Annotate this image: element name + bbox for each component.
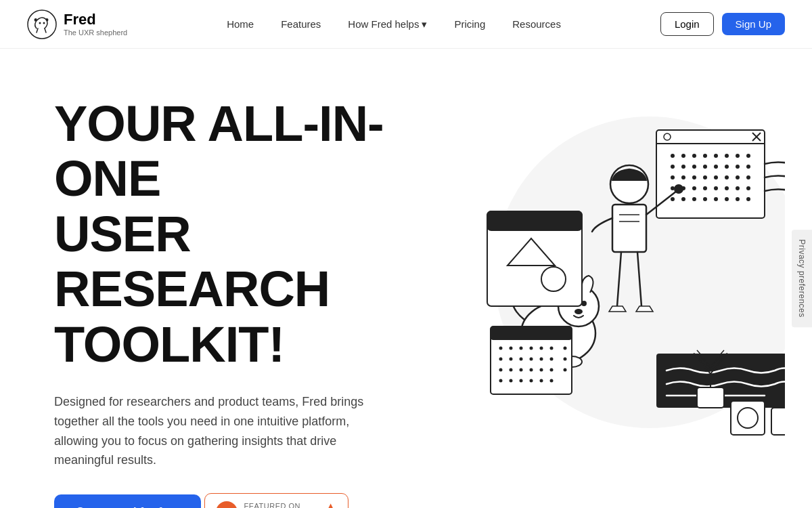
svg-point-79 <box>520 358 523 361</box>
svg-point-31 <box>736 175 740 179</box>
hero-section: YOUR ALL-IN-ONE USER RESEARCH TOOLKIT! D… <box>0 49 812 508</box>
brand-title: Fred <box>64 12 127 28</box>
svg-point-70 <box>499 347 503 350</box>
product-hunt-badge[interactable]: P FEATURED ON Product Hunt ▲ 92 <box>204 493 348 508</box>
login-button[interactable]: Login <box>660 12 714 36</box>
svg-point-47 <box>736 197 740 201</box>
hero-illustration <box>433 76 785 469</box>
nav-resources[interactable]: Resources <box>501 13 572 35</box>
signup-button[interactable]: Sign Up <box>722 13 785 35</box>
svg-point-15 <box>736 154 740 158</box>
svg-point-11 <box>692 154 696 158</box>
svg-point-93 <box>520 379 523 383</box>
svg-point-90 <box>564 368 567 372</box>
ph-featured-label: FEATURED ON <box>244 502 313 508</box>
svg-point-39 <box>736 186 740 190</box>
hero-heading: YOUR ALL-IN-ONE USER RESEARCH TOOLKIT! <box>54 96 433 372</box>
brand-logo[interactable]: Fred The UXR shepherd <box>27 9 127 39</box>
svg-point-81 <box>540 358 543 361</box>
product-hunt-text: FEATURED ON Product Hunt <box>244 502 313 508</box>
svg-point-12 <box>703 154 707 158</box>
brand-name-block: Fred The UXR shepherd <box>64 12 127 36</box>
svg-point-71 <box>510 347 513 350</box>
svg-point-1 <box>39 22 41 24</box>
ph-upvote-arrow-icon: ▲ <box>325 501 337 508</box>
svg-point-89 <box>550 368 554 372</box>
chevron-down-icon: ▾ <box>422 18 427 30</box>
svg-point-83 <box>564 358 567 361</box>
svg-point-86 <box>520 368 523 372</box>
svg-point-84 <box>499 368 503 372</box>
hero-content: YOUR ALL-IN-ONE USER RESEARCH TOOLKIT! D… <box>54 89 433 508</box>
svg-point-19 <box>692 165 696 169</box>
svg-point-43 <box>692 197 696 201</box>
svg-point-14 <box>725 154 729 158</box>
svg-point-37 <box>714 186 718 190</box>
svg-point-74 <box>540 347 543 350</box>
hero-heading-line1: YOUR ALL-IN-ONE <box>54 96 384 207</box>
svg-point-46 <box>725 197 729 201</box>
svg-rect-50 <box>612 205 646 252</box>
svg-point-17 <box>671 165 675 169</box>
svg-point-102 <box>738 408 758 428</box>
svg-point-0 <box>28 10 56 39</box>
svg-point-61 <box>574 309 583 314</box>
nav-how-fred-helps[interactable]: How Fred helps ▾ <box>337 13 438 36</box>
svg-point-88 <box>540 368 543 372</box>
nav-features[interactable]: Features <box>270 13 332 35</box>
svg-point-77 <box>499 358 503 361</box>
svg-point-44 <box>703 197 707 201</box>
svg-point-85 <box>510 368 513 372</box>
svg-point-18 <box>681 165 685 169</box>
svg-point-27 <box>692 175 696 179</box>
svg-point-94 <box>530 379 533 383</box>
svg-point-23 <box>736 165 740 169</box>
hero-subtext: Designed for researchers and product tea… <box>54 392 379 470</box>
svg-point-42 <box>681 197 685 201</box>
nav-home[interactable]: Home <box>216 13 265 35</box>
svg-point-91 <box>499 379 503 383</box>
svg-point-72 <box>520 347 523 350</box>
cta-button[interactable]: Get started for free <box>54 494 201 508</box>
svg-rect-99 <box>697 387 724 408</box>
svg-point-26 <box>681 175 685 179</box>
privacy-preferences[interactable]: Privacy preferences <box>792 230 812 327</box>
svg-rect-69 <box>491 326 572 340</box>
nav-links-group: Home Features How Fred helps ▾ Pricing R… <box>216 13 572 36</box>
svg-point-20 <box>703 165 707 169</box>
svg-point-48 <box>746 197 750 201</box>
svg-point-41 <box>671 197 675 201</box>
svg-point-25 <box>671 175 675 179</box>
svg-point-29 <box>714 175 718 179</box>
svg-point-21 <box>714 165 718 169</box>
svg-point-73 <box>530 347 533 350</box>
svg-point-76 <box>564 347 567 350</box>
svg-rect-103 <box>771 408 785 435</box>
svg-point-95 <box>540 379 543 383</box>
brand-tagline: The UXR shepherd <box>64 28 127 37</box>
hero-heading-line2: USER RESEARCH TOOLKIT! <box>54 206 330 373</box>
svg-point-40 <box>746 186 750 190</box>
svg-point-22 <box>725 165 729 169</box>
svg-point-13 <box>714 154 718 158</box>
svg-point-82 <box>550 358 554 361</box>
navbar: Fred The UXR shepherd Home Features How … <box>0 0 812 49</box>
svg-point-87 <box>530 368 533 372</box>
svg-point-78 <box>510 358 513 361</box>
svg-point-10 <box>681 154 685 158</box>
svg-point-36 <box>703 186 707 190</box>
svg-point-9 <box>671 154 675 158</box>
illustration-svg <box>433 76 785 469</box>
ph-vote-count: ▲ 92 <box>325 501 337 508</box>
svg-point-67 <box>541 267 566 291</box>
svg-rect-65 <box>487 211 582 230</box>
svg-point-24 <box>746 165 750 169</box>
svg-point-80 <box>530 358 533 361</box>
svg-point-32 <box>746 175 750 179</box>
fred-dog-icon <box>27 9 57 39</box>
nav-pricing[interactable]: Pricing <box>443 13 496 35</box>
product-hunt-icon: P <box>216 501 238 508</box>
svg-point-96 <box>550 379 554 383</box>
svg-point-35 <box>692 186 696 190</box>
svg-point-30 <box>725 175 729 179</box>
